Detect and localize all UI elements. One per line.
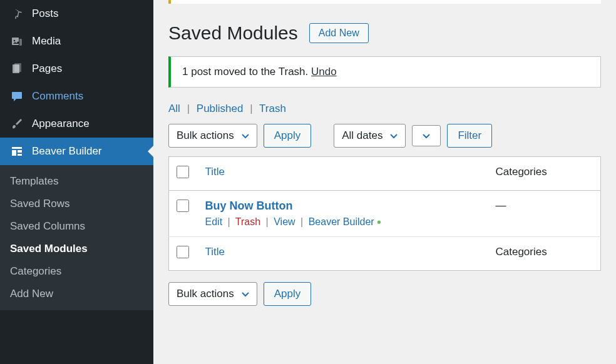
submenu-item-saved-columns[interactable]: Saved Columns [0, 215, 153, 238]
admin-sidebar: Posts Media Pages Comments Appearance Be… [0, 0, 153, 364]
layout-icon [9, 144, 24, 159]
svg-rect-6 [18, 150, 22, 153]
status-filter-links: All | Published | Trash [168, 103, 601, 115]
prior-notice-strip [168, 0, 601, 4]
filter-button[interactable]: Filter [447, 124, 492, 148]
submenu-item-templates[interactable]: Templates [0, 170, 153, 193]
bulk-actions-label: Bulk actions [177, 129, 234, 142]
column-header-title[interactable]: Title [205, 166, 225, 178]
edit-link[interactable]: Edit [205, 216, 223, 227]
table-row: Buy Now Button Edit | Trash | View | Bea… [169, 191, 601, 237]
sidebar-item-beaver-builder[interactable]: Beaver Builder [0, 138, 153, 165]
submenu-item-categories[interactable]: Categories [0, 260, 153, 283]
svg-rect-0 [12, 38, 19, 45]
row-actions: Edit | Trash | View | Beaver Builder • [205, 216, 481, 228]
page-header: Saved Modules Add New [168, 23, 601, 44]
bulk-actions-label: Bulk actions [177, 288, 234, 300]
separator: | [183, 103, 193, 114]
separator: | [246, 103, 256, 114]
column-footer-categories: Categories [488, 237, 601, 271]
trash-notice: 1 post moved to the Trash. Undo [168, 56, 601, 88]
apply-button[interactable]: Apply [264, 124, 312, 148]
date-filter-label: All dates [342, 129, 382, 142]
pin-icon [9, 6, 24, 21]
list-toolbar-bottom: Bulk actions Apply [168, 282, 601, 306]
sidebar-item-pages[interactable]: Pages [0, 55, 153, 83]
filter-all[interactable]: All [168, 103, 180, 114]
sidebar-item-label: Media [32, 35, 61, 48]
sidebar-item-posts[interactable]: Posts [0, 0, 153, 28]
svg-rect-4 [12, 147, 22, 149]
beaver-builder-link[interactable]: Beaver Builder [309, 216, 374, 227]
chevron-down-icon [240, 289, 250, 299]
submenu-item-add-new[interactable]: Add New [0, 283, 153, 305]
sidebar-item-label: Posts [32, 8, 59, 20]
add-new-button[interactable]: Add New [309, 23, 369, 43]
submenu-item-saved-rows[interactable]: Saved Rows [0, 193, 153, 215]
undo-link[interactable]: Undo [311, 66, 337, 78]
page-title: Saved Modules [168, 23, 298, 44]
filter-published[interactable]: Published [197, 103, 244, 114]
chevron-down-icon [421, 131, 431, 141]
filter-trash[interactable]: Trash [259, 103, 286, 114]
notice-text: 1 post moved to the Trash. [182, 66, 311, 78]
sidebar-item-label: Appearance [32, 118, 90, 130]
svg-rect-5 [12, 150, 16, 156]
sidebar-item-label: Beaver Builder [32, 145, 102, 158]
categories-cell: — [488, 191, 601, 237]
row-checkbox[interactable] [177, 200, 189, 212]
bulk-actions-select-bottom[interactable]: Bulk actions [168, 282, 257, 306]
date-filter-select[interactable]: All dates [334, 124, 406, 148]
media-icon [9, 34, 24, 49]
view-link[interactable]: View [274, 216, 295, 227]
status-dot-icon: • [377, 215, 381, 229]
column-header-categories: Categories [488, 157, 601, 191]
column-footer-title[interactable]: Title [205, 246, 225, 258]
main-content: Saved Modules Add New 1 post moved to th… [153, 0, 616, 364]
brush-icon [9, 116, 24, 131]
sidebar-item-label: Comments [32, 90, 83, 103]
category-filter-select[interactable] [412, 125, 441, 146]
submenu-item-saved-modules[interactable]: Saved Modules [0, 238, 153, 260]
svg-point-1 [14, 40, 16, 42]
svg-rect-3 [14, 63, 21, 72]
bulk-actions-select[interactable]: Bulk actions [168, 124, 257, 148]
trash-link[interactable]: Trash [235, 216, 260, 227]
apply-button-bottom[interactable]: Apply [264, 282, 312, 306]
module-title-link[interactable]: Buy Now Button [205, 200, 481, 213]
chevron-down-icon [389, 131, 399, 141]
sidebar-item-comments[interactable]: Comments [0, 83, 153, 110]
list-toolbar-top: Bulk actions Apply All dates Filter [168, 124, 601, 148]
modules-table: Title Categories Buy Now Button Edit | T… [168, 156, 601, 271]
select-all-checkbox-footer[interactable] [177, 246, 189, 258]
sidebar-item-appearance[interactable]: Appearance [0, 110, 153, 138]
sidebar-item-media[interactable]: Media [0, 28, 153, 55]
select-all-checkbox[interactable] [177, 166, 189, 178]
svg-rect-7 [18, 154, 22, 156]
pages-icon [9, 61, 24, 76]
chevron-down-icon [240, 131, 250, 141]
comment-icon [9, 89, 24, 104]
sidebar-item-label: Pages [32, 63, 62, 75]
sidebar-submenu: Templates Saved Rows Saved Columns Saved… [0, 165, 153, 310]
